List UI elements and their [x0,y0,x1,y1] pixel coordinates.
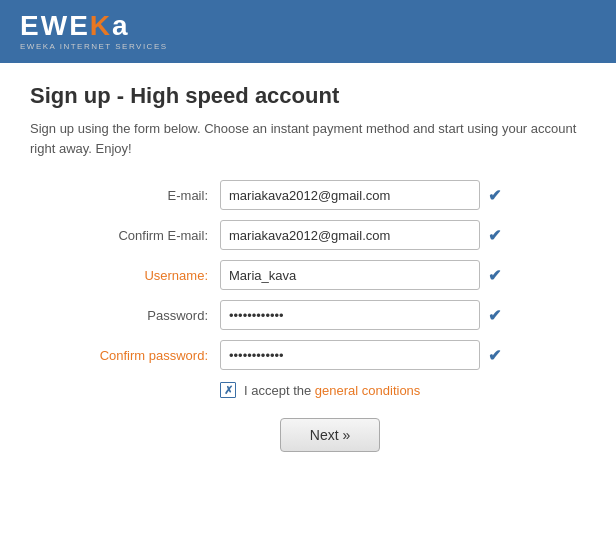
confirm-password-valid-icon: ✔ [488,346,501,365]
confirm-password-row: Confirm password: ✔ [70,340,590,370]
username-valid-icon: ✔ [488,266,501,285]
username-input[interactable] [220,260,480,290]
page-title: Sign up - High speed account [30,83,586,109]
email-input-wrap: ✔ [220,180,590,210]
confirm-password-input[interactable] [220,340,480,370]
confirm-email-input[interactable] [220,220,480,250]
logo: EWEKa EWEKA INTERNET SERVICES [20,12,168,51]
confirm-password-label: Confirm password: [70,348,220,363]
next-button[interactable]: Next » [280,418,380,452]
username-input-wrap: ✔ [220,260,590,290]
accept-terms-text: I accept the general conditions [244,383,420,398]
email-valid-icon: ✔ [488,186,501,205]
username-row: Username: ✔ [70,260,590,290]
confirm-email-label: Confirm E-mail: [70,228,220,243]
confirm-password-input-wrap: ✔ [220,340,590,370]
confirm-email-input-wrap: ✔ [220,220,590,250]
signup-form: E-mail: ✔ Confirm E-mail: ✔ Username: ✔ … [70,180,590,452]
main-content: Sign up - High speed account Sign up usi… [0,63,616,482]
confirm-email-valid-icon: ✔ [488,226,501,245]
password-valid-icon: ✔ [488,306,501,325]
accept-terms-row: I accept the general conditions [220,382,590,398]
email-label: E-mail: [70,188,220,203]
password-input-wrap: ✔ [220,300,590,330]
email-row: E-mail: ✔ [70,180,590,210]
header: EWEKa EWEKA INTERNET SERVICES [0,0,616,63]
general-conditions-link[interactable]: general conditions [315,383,421,398]
confirm-email-row: Confirm E-mail: ✔ [70,220,590,250]
logo-tagline: EWEKA INTERNET SERVICES [20,42,168,51]
page-description: Sign up using the form below. Choose an … [30,119,586,158]
username-label: Username: [70,268,220,283]
password-label: Password: [70,308,220,323]
accept-terms-checkbox[interactable] [220,382,236,398]
email-input[interactable] [220,180,480,210]
button-row: Next » [70,418,590,452]
logo-text: EWEKa [20,12,130,40]
password-row: Password: ✔ [70,300,590,330]
password-input[interactable] [220,300,480,330]
